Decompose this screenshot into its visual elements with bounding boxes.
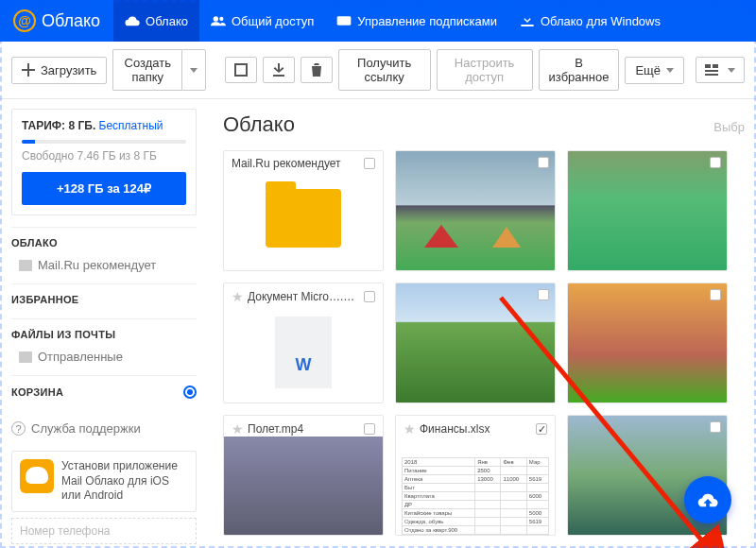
tile-checkbox[interactable] xyxy=(710,421,721,433)
svg-rect-2 xyxy=(337,16,352,25)
trash-radio-icon[interactable] xyxy=(183,385,197,399)
folder-icon xyxy=(19,260,32,271)
get-link-button[interactable]: Получить ссылку xyxy=(338,49,431,91)
tile-photo-2[interactable] xyxy=(567,150,728,271)
download-icon xyxy=(272,63,285,77)
promo-text: Установи приложение Mail Облако для iOS … xyxy=(61,459,188,504)
chevron-down-icon xyxy=(728,68,735,73)
svg-rect-3 xyxy=(235,64,247,76)
tile-checkbox[interactable] xyxy=(364,291,375,302)
nav-tabs: Облако Общий доступ Управление подпискам… xyxy=(113,0,672,42)
page-title: Облако xyxy=(223,112,295,137)
chevron-down-icon xyxy=(190,68,198,73)
page-title-row: Облако Выбр xyxy=(223,112,745,137)
tile-title: Mail.Ru рекомендует xyxy=(232,157,360,170)
plus-icon xyxy=(22,63,35,77)
upload-label: Загрузить xyxy=(41,63,96,77)
upload-button[interactable]: Загрузить xyxy=(11,57,107,84)
phone-input[interactable]: Номер телефона xyxy=(11,518,197,544)
tile-checkbox[interactable] xyxy=(538,157,549,168)
view-icon xyxy=(705,63,718,77)
tile-video[interactable]: ★Полет.mp4 xyxy=(223,415,384,536)
svg-rect-4 xyxy=(705,64,711,68)
at-icon: @ xyxy=(13,9,36,32)
sidebar-section-fav: ИЗБРАННОЕ xyxy=(11,283,197,318)
new-folder-split: Создать папку xyxy=(112,49,206,91)
upload-fab[interactable] xyxy=(684,476,731,523)
app-promo: Установи приложение Mail Облако для iOS … xyxy=(11,451,197,512)
favorite-button[interactable]: В избранное xyxy=(539,49,620,91)
download-icon xyxy=(520,14,535,27)
tile-checkbox[interactable] xyxy=(536,423,547,435)
brand-logo[interactable]: @ Облако xyxy=(0,9,113,32)
download-button[interactable] xyxy=(263,57,295,83)
view-mode-button[interactable] xyxy=(696,57,745,83)
tariff-box: ТАРИФ: 8 ГБ. Бесплатный Свободно 7.46 ГБ… xyxy=(11,109,197,215)
free-space-text: Свободно 7.46 ГБ из 8 ГБ xyxy=(22,149,186,163)
tile-title: Документ Micro….docx xyxy=(248,290,360,303)
sidebar: ТАРИФ: 8 ГБ. Бесплатный Свободно 7.46 ГБ… xyxy=(0,99,208,548)
sidebar-item-sent[interactable]: Отправленные xyxy=(11,346,197,368)
new-folder-button[interactable]: Создать папку xyxy=(112,49,181,91)
top-nav: @ Облако Облако Общий доступ Управление … xyxy=(0,0,756,42)
star-icon[interactable]: ★ xyxy=(232,289,244,304)
select-hint: Выбр xyxy=(713,120,745,134)
help-icon: ? xyxy=(11,421,26,436)
tile-checkbox[interactable] xyxy=(710,289,721,300)
video-thumb xyxy=(224,437,383,536)
more-button[interactable]: Ещё xyxy=(625,57,684,84)
svg-rect-5 xyxy=(713,64,718,68)
star-icon[interactable]: ★ xyxy=(232,421,244,437)
nav-tab-shared[interactable]: Общий доступ xyxy=(199,0,325,42)
tile-title: Финансы.xlsx xyxy=(420,422,532,436)
new-folder-caret[interactable] xyxy=(181,49,206,91)
toolbar: Загрузить Создать папку Получить ссылку … xyxy=(0,42,756,99)
folder-icon xyxy=(19,351,32,363)
nav-tab-subscriptions[interactable]: Управление подписками xyxy=(325,0,508,42)
set-access-label: Настроить доступ xyxy=(447,56,523,84)
support-link[interactable]: ?Служба поддержки xyxy=(11,412,197,445)
nav-tab-label: Управление подписками xyxy=(357,14,497,28)
folder-icon xyxy=(266,189,341,248)
people-icon xyxy=(211,14,226,27)
tariff-line: ТАРИФ: 8 ГБ. Бесплатный xyxy=(22,119,186,132)
nav-tab-cloud[interactable]: Облако xyxy=(113,0,199,42)
storage-progress xyxy=(22,140,186,144)
delete-button[interactable] xyxy=(301,57,333,83)
tile-doc[interactable]: ★Документ Micro….docx W xyxy=(223,283,384,403)
main-area: Облако Выбр Mail.Ru рекомендует ★Докумен… xyxy=(208,99,756,548)
tile-photo-1[interactable] xyxy=(395,150,556,271)
brand-name: Облако xyxy=(42,11,100,31)
star-icon[interactable]: ★ xyxy=(404,421,416,437)
tariff-label: ТАРИФ: 8 ГБ. xyxy=(22,119,95,132)
tile-title: Полет.mp4 xyxy=(248,422,360,436)
sidebar-section-cloud: ОБЛАКО Mail.Ru рекомендует xyxy=(11,227,197,283)
more-label: Ещё xyxy=(635,63,661,77)
trash-icon xyxy=(310,63,323,77)
svg-rect-7 xyxy=(705,74,718,76)
set-access-button[interactable]: Настроить доступ xyxy=(437,49,533,91)
sidebar-head-trash[interactable]: КОРЗИНА xyxy=(11,385,197,399)
tile-checkbox[interactable] xyxy=(710,157,721,168)
tile-checkbox[interactable] xyxy=(364,423,375,435)
tile-photo-3[interactable] xyxy=(395,283,556,403)
upgrade-button[interactable]: +128 ГБ за 124₽ xyxy=(22,172,186,205)
tile-folder-recommend[interactable]: Mail.Ru рекомендует xyxy=(223,150,384,271)
svg-point-1 xyxy=(219,17,223,21)
tile-spreadsheet[interactable]: ★Финансы.xlsx 2018ЯнвФевМарПитание2500Ап… xyxy=(395,415,556,536)
tile-checkbox[interactable] xyxy=(364,158,375,169)
file-grid: Mail.Ru рекомендует ★Документ Micro….doc… xyxy=(223,150,745,536)
nav-tab-windows[interactable]: Облако для Windows xyxy=(508,0,672,42)
square-icon xyxy=(234,63,248,77)
sidebar-section-mailfiles: ФАЙЛЫ ИЗ ПОЧТЫ Отправленные xyxy=(11,318,197,375)
svg-point-0 xyxy=(214,16,218,21)
select-all-button[interactable] xyxy=(225,57,257,83)
tile-photo-4[interactable] xyxy=(567,283,728,403)
sidebar-section-trash: КОРЗИНА xyxy=(11,375,197,412)
app-icon xyxy=(20,459,54,493)
sidebar-item-recommend[interactable]: Mail.Ru рекомендует xyxy=(11,254,197,276)
svg-rect-6 xyxy=(705,70,718,72)
nav-tab-label: Облако xyxy=(146,14,188,28)
tariff-plan-link[interactable]: Бесплатный xyxy=(99,119,163,132)
tile-checkbox[interactable] xyxy=(538,289,549,300)
